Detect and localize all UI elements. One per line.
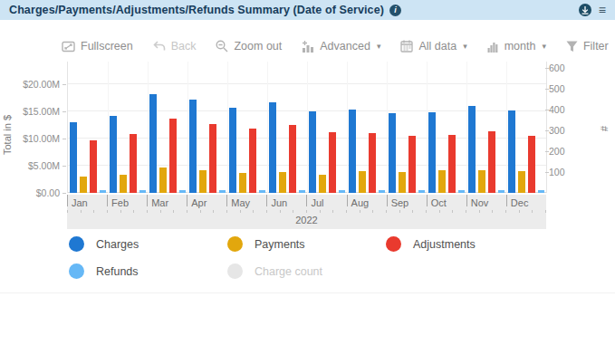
legend-dot [227,263,243,279]
bar-adjustments-nov[interactable] [488,131,495,193]
legend-label: Charges [96,238,139,251]
fullscreen-label: Fullscreen [81,40,133,53]
title-wrap: Charges/Payments/Adjustments/Refunds Sum… [9,4,401,16]
legend-item-adjustments[interactable]: Adjustments [386,236,476,252]
x-axis-minor-tick [200,210,201,213]
legend-item-refunds[interactable]: Refunds [69,263,227,279]
legend-label: Charge count [255,265,322,278]
zoom-out-button[interactable]: Zoom out [216,40,282,53]
fullscreen-button[interactable]: Fullscreen [62,40,133,53]
x-axis-minor-tick [187,210,187,213]
chevron-down-icon: ▾ [463,42,467,51]
x-axis-label-dec: Dec [506,195,546,206]
bar-adjustments-oct[interactable] [448,135,456,193]
x-axis-minor-tick [479,210,480,213]
bar-charges-jun[interactable] [269,102,276,193]
advanced-chart-icon [302,40,314,53]
bar-charges-oct[interactable] [428,112,436,193]
x-axis-minor-tick [253,210,254,213]
bar-refunds-apr[interactable] [219,190,226,193]
x-axis-minor-tick [93,210,94,213]
legend-item-payments[interactable]: Payments [227,236,386,252]
bar-refunds-jul[interactable] [339,190,345,193]
x-axis-minor-tick [280,210,281,213]
legend-dot [69,263,84,279]
bar-adjustments-aug[interactable] [369,133,376,193]
x-axis-minor-tick [360,210,360,213]
bar-payments-apr[interactable] [199,170,207,193]
x-axis-minor-tick [439,210,440,213]
download-icon[interactable] [579,4,591,16]
bar-payments-nov[interactable] [478,170,485,193]
bar-adjustments-feb[interactable] [130,134,137,193]
bar-refunds-nov[interactable] [498,190,504,193]
x-axis-minor-tick [147,210,148,213]
bar-refunds-jun[interactable] [299,190,305,193]
bar-refunds-oct[interactable] [458,190,465,193]
histogram-icon [487,41,499,53]
bar-adjustments-mar[interactable] [169,119,177,193]
legend-dot [227,236,243,252]
bar-refunds-dec[interactable] [538,190,544,193]
bar-payments-jan[interactable] [80,177,87,193]
hamburger-menu-icon[interactable]: ≡ [599,4,606,16]
bar-charges-feb[interactable] [110,116,117,193]
widget-title: Charges/Payments/Adjustments/Refunds Sum… [9,4,384,16]
x-axis-label-jul: Jul [306,195,346,206]
bar-adjustments-apr[interactable] [209,124,216,193]
bar-payments-may[interactable] [239,173,246,193]
bar-charges-apr[interactable] [189,100,197,193]
bar-group-apr [187,62,227,193]
header-actions: ≡ [579,4,606,16]
x-axis-minor-tick [306,210,307,213]
x-axis-month-labels: JanFebMarAprMayJunJulAugSepOctNovDec [67,195,546,209]
bar-refunds-may[interactable] [259,190,265,193]
bar-payments-dec[interactable] [518,171,525,193]
bar-adjustments-jun[interactable] [289,125,296,193]
x-axis-minor-tick [266,210,267,213]
bar-charges-jul[interactable] [309,111,316,193]
bar-charges-aug[interactable] [349,110,356,193]
bar-adjustments-dec[interactable] [528,136,535,193]
bar-group-oct [427,62,466,193]
x-axis-minor-tick [452,210,453,213]
bar-payments-oct[interactable] [438,170,446,193]
bar-charges-may[interactable] [229,108,236,193]
left-axis-tick-label: $0.00 [5,187,60,198]
bar-refunds-sep[interactable] [418,190,425,193]
bar-payments-feb[interactable] [120,175,127,193]
interval-label: month [504,40,536,53]
bar-charges-jan[interactable] [70,122,77,193]
bar-refunds-jan[interactable] [100,190,106,193]
left-axis-tick-label: $20.00M [5,79,60,90]
bar-payments-mar[interactable] [159,168,167,193]
left-axis-tick-mark [62,84,66,85]
bar-charges-sep[interactable] [389,113,396,193]
back-button[interactable]: Back [153,40,197,53]
bar-adjustments-may[interactable] [249,129,256,193]
x-axis-minor-tick [426,210,427,213]
legend-item-charges[interactable]: Charges [69,236,227,252]
bar-adjustments-sep[interactable] [408,136,416,193]
advanced-button[interactable]: Advanced ▾ [302,40,380,53]
bar-adjustments-jul[interactable] [329,132,336,193]
right-axis-tick-label: 100 [549,167,565,177]
bar-payments-sep[interactable] [399,172,406,193]
x-axis-minor-tick [386,210,387,213]
bar-refunds-mar[interactable] [179,190,186,193]
bar-payments-jun[interactable] [279,172,286,193]
bar-charges-mar[interactable] [149,94,157,193]
legend-item-charge-count[interactable]: Charge count [227,263,386,279]
bar-refunds-aug[interactable] [379,190,385,193]
filter-button[interactable]: Filter [566,40,609,53]
x-axis-minor-tick [532,210,533,213]
bar-refunds-feb[interactable] [139,190,146,193]
bar-payments-jul[interactable] [319,175,326,193]
all-data-button[interactable]: All data ▾ [400,40,466,53]
info-icon[interactable]: i [389,5,401,16]
bar-payments-aug[interactable] [359,171,366,193]
bar-charges-dec[interactable] [508,110,515,193]
bar-adjustments-jan[interactable] [90,140,97,193]
bar-charges-nov[interactable] [468,106,476,193]
interval-button[interactable]: month ▾ [487,40,546,53]
